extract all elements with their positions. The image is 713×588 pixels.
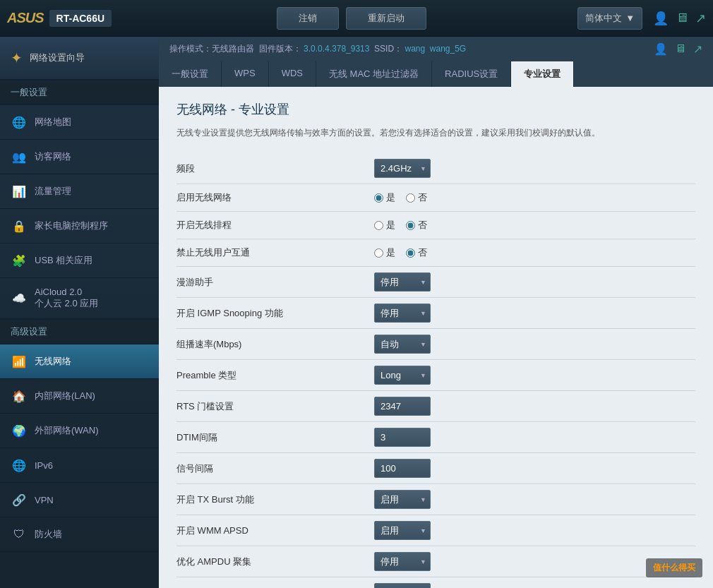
guest-network-icon: 👥	[11, 148, 28, 165]
text-input-10[interactable]	[374, 459, 431, 478]
settings-value-6[interactable]: 自动125.5611	[374, 329, 695, 360]
settings-value-12[interactable]: 停用启用	[374, 515, 695, 546]
select-13[interactable]: 停用启用	[374, 552, 431, 571]
sidebar-item-guest-network[interactable]: 👥 访客网络	[0, 140, 159, 174]
wizard-label: 网络设置向导	[30, 52, 85, 64]
user-icon[interactable]: 👤	[653, 11, 669, 26]
page-title: 无线网络 - 专业设置	[176, 101, 695, 118]
tab-wds[interactable]: WDS	[269, 61, 316, 87]
content-area: 操作模式：无线路由器 固件版本： 3.0.0.4.378_9313 SSID： …	[159, 37, 713, 588]
monitor-icon[interactable]: 🖥	[676, 11, 688, 26]
settings-value-4[interactable]: 停用启用	[374, 267, 695, 298]
settings-value-1[interactable]: 是否	[374, 184, 695, 212]
settings-label-10: 信号间隔	[176, 453, 374, 484]
sidebar-item-aicloud[interactable]: ☁️ AiCloud 2.0 个人云 2.0 应用	[0, 278, 159, 319]
text-input-9[interactable]	[374, 428, 431, 447]
settings-row-7: Preamble 类型LongShort	[176, 360, 695, 391]
tab-mac-filter[interactable]: 无线 MAC 地址过滤器	[316, 61, 432, 87]
settings-label-8: RTS 门槛设置	[176, 391, 374, 422]
radio-option-是-2[interactable]: 是	[374, 219, 395, 232]
select-5[interactable]: 停用启用	[374, 304, 431, 323]
top-buttons: 注销 重新启动	[126, 7, 577, 30]
lan-icon: 🏠	[11, 388, 28, 404]
firmware-link[interactable]: 3.0.0.4.378_9313	[304, 44, 369, 54]
ipv6-icon: 🌐	[11, 457, 28, 474]
radio-option-是-3[interactable]: 是	[374, 246, 395, 259]
firewall-label: 防火墙	[35, 528, 62, 541]
settings-value-8[interactable]	[374, 391, 695, 422]
settings-value-14[interactable]: 停用启用	[374, 577, 695, 589]
sidebar-item-vpn[interactable]: 🔗 VPN	[0, 483, 159, 517]
asus-logo: ASUS	[7, 10, 44, 26]
select-0[interactable]: 2.4GHz5GHz	[374, 159, 431, 178]
settings-row-4: 漫游助手停用启用	[176, 267, 695, 298]
tab-radius[interactable]: RADIUS设置	[432, 61, 511, 87]
status-bar: 操作模式：无线路由器 固件版本： 3.0.0.4.378_9313 SSID： …	[159, 37, 713, 61]
select-wrapper-7: LongShort	[374, 366, 431, 385]
settings-label-9: DTIM间隔	[176, 422, 374, 453]
settings-row-9: DTIM间隔	[176, 422, 695, 453]
restart-button[interactable]: 重新启动	[346, 7, 426, 30]
wireless-icon: 📶	[11, 353, 28, 370]
settings-value-9[interactable]	[374, 422, 695, 453]
page-content: 无线网络 - 专业设置 无线专业设置提供您无线网络传输与效率方面的设置。若您没有…	[159, 87, 713, 588]
lang-selector[interactable]: 简体中文 ▼	[577, 7, 642, 30]
wan-icon: 🌍	[11, 422, 28, 439]
settings-value-7[interactable]: LongShort	[374, 360, 695, 391]
select-12[interactable]: 停用启用	[374, 521, 431, 540]
logo-area: ASUS RT-AC66U	[7, 10, 112, 27]
section-general: 一般设置	[0, 80, 159, 105]
settings-label-3: 禁止无线用户互通	[176, 239, 374, 267]
page-description: 无线专业设置提供您无线网络传输与效率方面的设置。若您没有选择适合的设置，建议采用…	[176, 126, 695, 139]
radio-option-否-1[interactable]: 否	[406, 191, 427, 204]
settings-value-10[interactable]	[374, 453, 695, 484]
sidebar-item-parental[interactable]: 🔒 家长电脑控制程序	[0, 209, 159, 244]
watermark: 值什么得买	[646, 558, 702, 577]
sidebar-item-traffic-mgr[interactable]: 📊 流量管理	[0, 174, 159, 209]
parental-label: 家长电脑控制程序	[35, 220, 108, 232]
select-11[interactable]: 停用启用	[374, 490, 431, 509]
ssid2-link[interactable]: wang_5G	[430, 44, 466, 54]
radio-option-是-1[interactable]: 是	[374, 191, 395, 204]
radio-option-否-3[interactable]: 否	[406, 246, 427, 259]
settings-row-1: 启用无线网络是否	[176, 184, 695, 212]
monitor-status-icon: 🖥	[675, 42, 686, 56]
sidebar-item-network-map[interactable]: 🌐 网络地图	[0, 105, 159, 140]
select-14[interactable]: 停用启用	[374, 583, 431, 588]
network-map-icon: 🌐	[11, 114, 28, 131]
select-4[interactable]: 停用启用	[374, 272, 431, 292]
select-6[interactable]: 自动125.5611	[374, 335, 431, 354]
tab-general[interactable]: 一般设置	[159, 61, 222, 87]
settings-label-7: Preamble 类型	[176, 360, 374, 391]
sidebar-item-wan[interactable]: 🌍 外部网络(WAN)	[0, 414, 159, 448]
select-wrapper-12: 停用启用	[374, 521, 431, 540]
parental-icon: 🔒	[11, 217, 28, 234]
vpn-icon: 🔗	[11, 491, 28, 508]
tab-advanced[interactable]: 专业设置	[511, 61, 574, 87]
cancel-button[interactable]: 注销	[277, 7, 339, 30]
sidebar-item-wireless[interactable]: 📶 无线网络	[0, 344, 159, 379]
settings-value-11[interactable]: 停用启用	[374, 484, 695, 515]
share-icon[interactable]: ↗	[695, 11, 706, 26]
top-bar: ASUS RT-AC66U 注销 重新启动 简体中文 ▼ 👤 🖥 ↗	[0, 0, 713, 37]
user-status-icon: 👤	[654, 42, 668, 56]
network-status-icon: ↗	[693, 42, 702, 56]
settings-value-2[interactable]: 是否	[374, 212, 695, 239]
network-map-label: 网络地图	[35, 116, 71, 128]
ssid1-link[interactable]: wang	[405, 44, 425, 54]
radio-option-否-2[interactable]: 否	[406, 219, 427, 232]
tab-wps[interactable]: WPS	[222, 61, 269, 87]
select-wrapper-4: 停用启用	[374, 272, 431, 292]
settings-value-0[interactable]: 2.4GHz5GHz	[374, 153, 695, 184]
settings-value-5[interactable]: 停用启用	[374, 298, 695, 329]
select-7[interactable]: LongShort	[374, 366, 431, 385]
sidebar-item-firewall[interactable]: 🛡 防火墙	[0, 517, 159, 552]
sidebar-wizard[interactable]: ✦ 网络设置向导	[0, 37, 159, 80]
settings-row-10: 信号间隔	[176, 453, 695, 484]
sidebar-item-usb-apps[interactable]: 🧩 USB 相关应用	[0, 244, 159, 278]
sidebar-item-ipv6[interactable]: 🌐 IPv6	[0, 448, 159, 483]
text-input-8[interactable]	[374, 397, 431, 416]
settings-value-3[interactable]: 是否	[374, 239, 695, 267]
sidebar-advanced-items: 📶 无线网络 🏠 内部网络(LAN) 🌍 外部网络(WAN) 🌐 IPv6 🔗 …	[0, 344, 159, 552]
sidebar-item-lan[interactable]: 🏠 内部网络(LAN)	[0, 379, 159, 414]
